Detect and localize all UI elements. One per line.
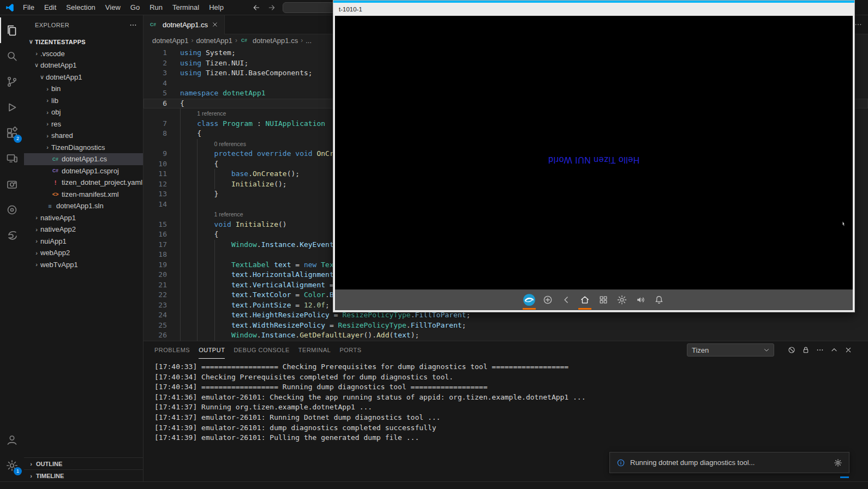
code-token: text xyxy=(274,261,291,269)
info-icon xyxy=(616,458,625,467)
activitybar-settings-icon[interactable]: 1 xyxy=(0,452,24,478)
tree-item-label: lib xyxy=(51,96,58,105)
codelens-reference-link[interactable]: 1 reference xyxy=(214,211,243,218)
tree-item-shared[interactable]: ›shared xyxy=(24,130,143,142)
tree-item-tizen-manifest-xml[interactable]: <>tizen-manifest.xml xyxy=(24,189,143,201)
timeline-section[interactable]: › TIMELINE xyxy=(24,469,143,481)
clear-output-icon[interactable] xyxy=(787,346,796,354)
tree-item-nativeapp2[interactable]: ›nativeApp2 xyxy=(24,224,143,236)
emulator-tizen-logo-icon[interactable] xyxy=(520,289,538,310)
indent-guide xyxy=(197,310,214,321)
menu-bar: FileEditSelectionViewGoRunTerminalHelp xyxy=(18,0,229,15)
menu-help[interactable]: Help xyxy=(204,0,229,15)
breadcrumb-item[interactable]: dotnetApp1 xyxy=(152,37,189,45)
tree-item-obj[interactable]: ›obj xyxy=(24,106,143,118)
indent-guide xyxy=(214,169,231,179)
line-number: 18 xyxy=(143,250,180,260)
emulator-recent-apps-icon[interactable] xyxy=(594,289,613,310)
tree-item-nuiapp1[interactable]: ›nuiApp1 xyxy=(24,236,143,247)
tree-item-label: webApp2 xyxy=(40,249,70,257)
menu-run[interactable]: Run xyxy=(145,0,167,15)
emulator-titlebar[interactable]: t-1010-1 xyxy=(333,3,854,16)
emulator-screen[interactable]: Hello Tizen NUI World xyxy=(335,16,853,310)
maximize-panel-icon[interactable] xyxy=(830,346,839,354)
tab-dotnetapp1-cs[interactable]: C# dotnetApp1.cs xyxy=(143,15,225,34)
breadcrumb-item[interactable]: dotnetApp1 xyxy=(196,37,233,45)
tree-item-bin[interactable]: ›bin xyxy=(24,83,143,95)
tree-item-label: bin xyxy=(51,84,61,93)
tree-item-nativeapp1[interactable]: ›nativeApp1 xyxy=(24,212,143,224)
line-number xyxy=(143,108,180,119)
panel-tab-terminal[interactable]: TERMINAL xyxy=(298,341,331,359)
indent-guide xyxy=(180,330,197,341)
tree-item-dotnetapp1-sln[interactable]: ≡dotnetApp1.sln xyxy=(24,200,143,212)
code-token: KeyEvent xyxy=(300,240,334,249)
breadcrumb-item[interactable]: ... xyxy=(306,37,312,45)
emulator-back-icon[interactable] xyxy=(557,289,576,310)
indent-guide xyxy=(197,200,214,210)
extensions-badge: 2 xyxy=(14,135,22,143)
tree-item-dotnetapp1-csproj[interactable]: C#dotnetApp1.csproj xyxy=(24,165,143,177)
activitybar-tizen-extension-icon[interactable] xyxy=(0,222,24,248)
code-line-26: 26Window.Instance.GetDefaultLayer().Add(… xyxy=(143,330,868,341)
breadcrumb-item[interactable]: C#dotnetApp1.cs xyxy=(240,37,298,45)
indent-guide xyxy=(214,290,231,300)
codelens-reference-link[interactable]: 0 references xyxy=(214,141,246,147)
output-channel-dropdown[interactable]: Tizen xyxy=(687,343,774,357)
nav-back-icon[interactable] xyxy=(252,3,261,12)
activitybar-extensions-icon[interactable]: 2 xyxy=(0,120,24,146)
activitybar-run-and-debug-icon[interactable] xyxy=(0,94,24,120)
activitybar-search-icon[interactable] xyxy=(0,43,24,69)
more-actions-icon[interactable] xyxy=(816,346,824,354)
explorer-more-actions-icon[interactable] xyxy=(129,21,137,29)
nav-forward-icon[interactable] xyxy=(267,3,276,12)
output-line: [17:41:36] emulator-26101: Checking the … xyxy=(154,393,868,403)
emulator-volume-icon[interactable] xyxy=(631,289,650,310)
tree-item-webtvapp1[interactable]: ›webTvApp1 xyxy=(24,259,143,271)
menu-terminal[interactable]: Terminal xyxy=(167,0,204,15)
chevron-down-icon: ∨ xyxy=(27,38,35,45)
activitybar-accounts-icon[interactable] xyxy=(0,427,24,452)
activitybar-remote-explorer-icon[interactable] xyxy=(0,146,24,171)
activitybar-source-control-icon[interactable] xyxy=(0,69,24,94)
emulator-settings-icon[interactable] xyxy=(613,289,631,310)
tree-item-res[interactable]: ›res xyxy=(24,118,143,130)
tree-item-dotnetapp1[interactable]: ∨dotnetApp1 xyxy=(24,59,143,71)
emulator-notifications-icon[interactable] xyxy=(650,289,668,310)
tree-item-tizentestapps[interactable]: ∨TIZENTESTAPPS xyxy=(24,36,143,48)
activitybar-tizen-certificate-manager-icon[interactable] xyxy=(0,197,24,222)
activitybar-explorer-icon[interactable] xyxy=(0,17,24,43)
chevron-right-icon: › xyxy=(44,86,51,92)
close-panel-icon[interactable] xyxy=(844,346,853,354)
codelens-reference-link[interactable]: 1 reference xyxy=(197,110,226,117)
menu-view[interactable]: View xyxy=(100,0,125,15)
menu-go[interactable]: Go xyxy=(125,0,145,15)
menu-file[interactable]: File xyxy=(18,0,39,15)
tree-item-tizen-dotnet-project-yaml[interactable]: !tizen_dotnet_project.yaml xyxy=(24,177,143,189)
panel-tab-problems[interactable]: PROBLEMS xyxy=(154,341,190,359)
editor-more-actions-icon[interactable] xyxy=(854,20,863,29)
code-token: Window xyxy=(231,331,257,339)
tree-item--vscode[interactable]: ›.vscode xyxy=(24,48,143,60)
line-number: 3 xyxy=(143,68,180,79)
code-token: . xyxy=(248,270,253,279)
tree-item-dotnetapp1-cs[interactable]: C#dotnetApp1.cs xyxy=(24,153,143,165)
lock-icon[interactable] xyxy=(801,346,810,354)
close-tab-icon[interactable] xyxy=(211,21,219,28)
menu-edit[interactable]: Edit xyxy=(39,0,61,15)
panel-tab-output[interactable]: OUTPUT xyxy=(199,341,225,359)
tree-item-dotnetapp1[interactable]: ∨dotnetApp1 xyxy=(24,71,143,83)
menu-selection[interactable]: Selection xyxy=(61,0,100,15)
emulator-home-icon[interactable] xyxy=(576,289,594,310)
cs-file-icon: C# xyxy=(51,156,59,162)
tree-item-lib[interactable]: ›lib xyxy=(24,95,143,107)
chevron-right-icon: › xyxy=(33,261,40,268)
activitybar-tizen-device-manager-icon[interactable] xyxy=(0,171,24,197)
notification-settings-icon[interactable] xyxy=(834,458,842,467)
outline-section[interactable]: › OUTLINE xyxy=(24,457,143,469)
panel-tab-ports[interactable]: PORTS xyxy=(339,341,361,359)
tree-item-webapp2[interactable]: ›webApp2 xyxy=(24,247,143,259)
emulator-zoom-in-icon[interactable] xyxy=(538,289,557,310)
tree-item-tizendiagnostics[interactable]: ›TizenDiagnostics xyxy=(24,142,143,154)
panel-tab-debug-console[interactable]: DEBUG CONSOLE xyxy=(234,341,289,359)
